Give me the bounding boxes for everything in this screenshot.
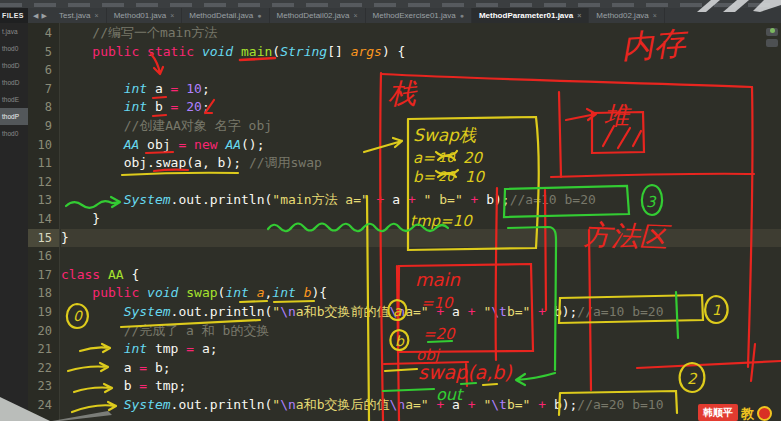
line-number: 22 xyxy=(28,359,59,378)
code-token: swap xyxy=(186,285,217,300)
code-line[interactable]: b = tmp; xyxy=(61,377,781,396)
code-token: + xyxy=(460,397,483,412)
code-line[interactable]: //编写一个main方法 xyxy=(61,24,781,43)
code-token: = xyxy=(171,81,187,96)
modified-icon[interactable]: ● xyxy=(460,12,464,19)
code-line[interactable]: //完成了 a 和 b的交换 xyxy=(61,322,781,341)
tab-Method02.java[interactable]: Method02.java× xyxy=(589,8,665,23)
code-token: a和b交换后的值 xyxy=(296,397,390,412)
code-token: + xyxy=(429,397,452,412)
tab-Test.java[interactable]: Test.java× xyxy=(52,8,107,23)
modified-icon[interactable]: ● xyxy=(257,12,261,19)
code-token xyxy=(61,341,124,356)
line-number: 11 xyxy=(28,154,59,173)
sidebar-file-item[interactable]: thodE xyxy=(0,91,28,108)
code-token: new xyxy=(194,137,225,152)
code-token xyxy=(61,360,124,375)
inspections-widget[interactable] xyxy=(766,27,778,50)
line-number: 21 xyxy=(28,340,59,359)
code-token: b xyxy=(304,285,312,300)
code-line[interactable]: int a = 10; xyxy=(61,80,781,99)
sidebar-file-item[interactable]: thodP xyxy=(0,108,28,125)
gutter: 456789101112131415161718192021222324 xyxy=(28,23,60,421)
code-line[interactable]: //创建AA对象 名字 obj xyxy=(61,117,781,136)
code-token: + xyxy=(429,304,452,319)
code-token: obj xyxy=(147,137,178,152)
tab-MethodDetail02.java[interactable]: MethodDetail02.java× xyxy=(270,8,366,23)
code-token: a xyxy=(155,81,171,96)
code-line[interactable]: public void swap(int a,int b){ xyxy=(61,284,781,303)
close-icon[interactable]: × xyxy=(577,12,581,19)
code-line[interactable]: System.out.println("main方法 a=" + a + " b… xyxy=(61,191,781,210)
code-token: .out.println( xyxy=(171,192,273,207)
code-line[interactable] xyxy=(61,247,781,266)
close-icon[interactable]: × xyxy=(95,12,99,19)
code-token: + xyxy=(530,397,553,412)
code-token: tmp xyxy=(155,341,186,356)
code-token: a; xyxy=(202,341,218,356)
code-line[interactable]: int tmp = a; xyxy=(61,340,781,359)
code-line[interactable]: System.out.println("\na和b交换后的值\na=" + a … xyxy=(61,396,781,415)
code-token: } xyxy=(61,230,69,245)
code-token: + xyxy=(463,192,486,207)
code-token: args xyxy=(351,44,382,59)
sidebar-file-item[interactable]: t.java xyxy=(0,23,28,40)
file-sidebar[interactable]: t.javathod0thodDthodDthodEthodPthod0 xyxy=(0,23,28,421)
code-token: b=" xyxy=(507,304,530,319)
tab-MethodDetail.java[interactable]: MethodDetail.java● xyxy=(182,8,269,23)
code-token: = xyxy=(178,137,194,152)
code-line[interactable]: a = b; xyxy=(61,359,781,378)
code-line[interactable]: } xyxy=(61,210,781,229)
code-token: "main方法 a=" xyxy=(272,192,368,207)
code-token: //调用swap xyxy=(249,155,322,170)
code-line[interactable]: class AA { xyxy=(61,266,781,285)
code-token xyxy=(61,323,124,338)
code-line[interactable] xyxy=(61,173,781,192)
code-line[interactable] xyxy=(61,61,781,80)
code-area[interactable]: //编写一个main方法 public static void main(Str… xyxy=(61,23,781,421)
tab-forward-icon[interactable]: ▶ xyxy=(42,12,47,20)
code-line[interactable]: obj.swap(a, b); //调用swap xyxy=(61,154,781,173)
code-token: b xyxy=(124,378,140,393)
code-line[interactable]: } xyxy=(61,229,781,248)
code-token: tmp; xyxy=(155,378,186,393)
code-token: a xyxy=(257,285,265,300)
code-token: } xyxy=(61,211,100,226)
sidebar-file-item[interactable]: thodD xyxy=(0,74,28,91)
line-number: 14 xyxy=(28,210,59,229)
tab-nav-arrows[interactable]: ◀▶ xyxy=(28,8,52,23)
code-token: = xyxy=(139,360,155,375)
tab-label: MethodExercise01.java xyxy=(373,11,456,20)
code-token: String xyxy=(280,44,327,59)
code-token: + xyxy=(460,304,483,319)
code-token: b xyxy=(554,397,562,412)
code-line[interactable]: public static void main(String[] args) { xyxy=(61,43,781,62)
tab-strip: Test.java×Method01.java×MethodDetail.jav… xyxy=(52,8,665,23)
code-token: class xyxy=(61,267,108,282)
tab-back-icon[interactable]: ◀ xyxy=(33,12,38,20)
code-token: public static xyxy=(92,44,202,59)
tab-label: Method01.java xyxy=(114,11,166,20)
code-token: int xyxy=(225,285,256,300)
code-token: ) { xyxy=(382,44,405,59)
code-line[interactable]: AA obj = new AA(); xyxy=(61,136,781,155)
close-icon[interactable]: × xyxy=(170,12,174,19)
code-token: " xyxy=(272,304,280,319)
code-token: ; xyxy=(202,99,210,114)
close-icon[interactable]: × xyxy=(353,12,357,19)
tab-MethodExercise01.java[interactable]: MethodExercise01.java● xyxy=(366,8,472,23)
close-icon[interactable]: × xyxy=(653,12,657,19)
sidebar-file-item[interactable]: thod0 xyxy=(0,125,28,142)
files-panel-label: FILES xyxy=(0,8,28,23)
code-token: //a=10 b=20 xyxy=(510,192,596,207)
code-token: b xyxy=(486,192,494,207)
tab-Method01.java[interactable]: Method01.java× xyxy=(107,8,183,23)
menu-bar[interactable] xyxy=(0,0,781,8)
code-line[interactable]: System.out.println("\na和b交换前的值\na=" + a … xyxy=(61,303,781,322)
code-token: { xyxy=(131,267,139,282)
sidebar-file-item[interactable]: thodD xyxy=(0,57,28,74)
tab-MethodParameter01.java[interactable]: MethodParameter01.java× xyxy=(472,8,589,23)
sidebar-file-item[interactable]: thod0 xyxy=(0,40,28,57)
code-token: \n xyxy=(280,304,296,319)
code-line[interactable]: int b = 20; xyxy=(61,98,781,117)
